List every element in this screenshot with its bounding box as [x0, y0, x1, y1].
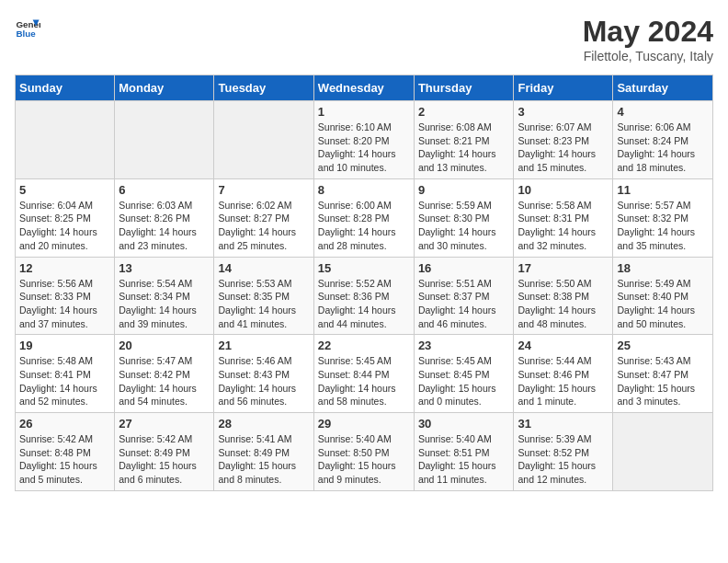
- svg-text:Blue: Blue: [16, 29, 36, 39]
- cell-day-info: Sunrise: 5:46 AMSunset: 8:43 PMDaylight:…: [218, 354, 309, 408]
- cell-day-info: Sunrise: 6:06 AMSunset: 8:24 PMDaylight:…: [617, 121, 709, 175]
- calendar-cell: 19Sunrise: 5:48 AMSunset: 8:41 PMDayligh…: [16, 335, 115, 413]
- cell-day-number: 10: [518, 183, 609, 197]
- cell-day-number: 6: [119, 183, 210, 197]
- cell-day-number: 29: [318, 417, 410, 431]
- weekday-friday: Friday: [514, 75, 613, 101]
- calendar-cell: 21Sunrise: 5:46 AMSunset: 8:43 PMDayligh…: [214, 335, 313, 413]
- cell-day-info: Sunrise: 5:45 AMSunset: 8:44 PMDaylight:…: [318, 354, 410, 408]
- cell-day-info: Sunrise: 5:49 AMSunset: 8:40 PMDaylight:…: [617, 277, 709, 331]
- week-row-3: 12Sunrise: 5:56 AMSunset: 8:33 PMDayligh…: [16, 257, 713, 335]
- calendar-table: SundayMondayTuesdayWednesdayThursdayFrid…: [15, 75, 713, 491]
- cell-day-info: Sunrise: 5:59 AMSunset: 8:30 PMDaylight:…: [418, 199, 510, 253]
- calendar-cell: 17Sunrise: 5:50 AMSunset: 8:38 PMDayligh…: [514, 257, 613, 335]
- cell-day-info: Sunrise: 5:58 AMSunset: 8:31 PMDaylight:…: [518, 199, 609, 253]
- cell-day-info: Sunrise: 5:41 AMSunset: 8:49 PMDaylight:…: [218, 432, 309, 487]
- calendar-cell: 18Sunrise: 5:49 AMSunset: 8:40 PMDayligh…: [613, 257, 713, 335]
- calendar-cell: 8Sunrise: 6:00 AMSunset: 8:28 PMDaylight…: [313, 178, 414, 257]
- cell-day-info: Sunrise: 5:48 AMSunset: 8:41 PMDaylight:…: [19, 354, 110, 408]
- calendar-cell: [16, 101, 115, 179]
- calendar-cell: 25Sunrise: 5:43 AMSunset: 8:47 PMDayligh…: [613, 335, 713, 413]
- week-row-2: 5Sunrise: 6:04 AMSunset: 8:25 PMDaylight…: [16, 178, 713, 257]
- cell-day-info: Sunrise: 5:44 AMSunset: 8:46 PMDaylight:…: [518, 354, 609, 408]
- calendar-cell: 4Sunrise: 6:06 AMSunset: 8:24 PMDaylight…: [613, 101, 713, 179]
- cell-day-number: 12: [19, 261, 110, 275]
- calendar-cell: 9Sunrise: 5:59 AMSunset: 8:30 PMDaylight…: [414, 178, 514, 257]
- cell-day-number: 11: [617, 183, 709, 197]
- cell-day-info: Sunrise: 5:50 AMSunset: 8:38 PMDaylight:…: [518, 277, 609, 331]
- cell-day-number: 24: [518, 339, 609, 352]
- weekday-thursday: Thursday: [414, 75, 514, 101]
- cell-day-number: 4: [617, 105, 709, 119]
- cell-day-number: 22: [318, 339, 410, 352]
- week-row-4: 19Sunrise: 5:48 AMSunset: 8:41 PMDayligh…: [16, 335, 713, 413]
- cell-day-number: 26: [19, 417, 110, 431]
- cell-day-info: Sunrise: 5:39 AMSunset: 8:52 PMDaylight:…: [518, 432, 609, 487]
- cell-day-number: 5: [19, 183, 110, 197]
- cell-day-number: 14: [218, 261, 309, 275]
- cell-day-info: Sunrise: 5:51 AMSunset: 8:37 PMDaylight:…: [418, 277, 510, 331]
- cell-day-number: 20: [119, 339, 210, 352]
- calendar-cell: 6Sunrise: 6:03 AMSunset: 8:26 PMDaylight…: [115, 178, 214, 257]
- cell-day-info: Sunrise: 5:40 AMSunset: 8:50 PMDaylight:…: [318, 432, 410, 487]
- cell-day-number: 31: [518, 417, 609, 431]
- cell-day-info: Sunrise: 5:40 AMSunset: 8:51 PMDaylight:…: [418, 432, 510, 487]
- cell-day-info: Sunrise: 5:42 AMSunset: 8:48 PMDaylight:…: [19, 432, 110, 487]
- cell-day-number: 3: [518, 105, 609, 119]
- subtitle: Filettole, Tuscany, Italy: [583, 49, 713, 63]
- cell-day-info: Sunrise: 6:07 AMSunset: 8:23 PMDaylight:…: [518, 121, 609, 175]
- cell-day-number: 18: [617, 261, 709, 275]
- weekday-wednesday: Wednesday: [313, 75, 414, 101]
- calendar-cell: 2Sunrise: 6:08 AMSunset: 8:21 PMDaylight…: [414, 101, 514, 179]
- header: General Blue May 2024 Filettole, Tuscany…: [15, 15, 713, 63]
- weekday-sunday: Sunday: [16, 75, 115, 101]
- cell-day-number: 13: [119, 261, 210, 275]
- calendar-cell: 23Sunrise: 5:45 AMSunset: 8:45 PMDayligh…: [414, 335, 514, 413]
- calendar-cell: 26Sunrise: 5:42 AMSunset: 8:48 PMDayligh…: [16, 413, 115, 491]
- calendar-cell: 12Sunrise: 5:56 AMSunset: 8:33 PMDayligh…: [16, 257, 115, 335]
- cell-day-info: Sunrise: 6:03 AMSunset: 8:26 PMDaylight:…: [119, 199, 210, 253]
- cell-day-info: Sunrise: 6:00 AMSunset: 8:28 PMDaylight:…: [318, 199, 410, 253]
- weekday-header-row: SundayMondayTuesdayWednesdayThursdayFrid…: [16, 75, 713, 101]
- cell-day-number: 9: [418, 183, 510, 197]
- calendar-cell: [214, 101, 313, 179]
- calendar-cell: [613, 413, 713, 491]
- calendar-cell: 1Sunrise: 6:10 AMSunset: 8:20 PMDaylight…: [313, 101, 414, 179]
- cell-day-number: 25: [617, 339, 709, 352]
- cell-day-number: 1: [318, 105, 410, 119]
- cell-day-info: Sunrise: 5:53 AMSunset: 8:35 PMDaylight:…: [218, 277, 309, 331]
- title-area: May 2024 Filettole, Tuscany, Italy: [583, 15, 713, 63]
- calendar-cell: 27Sunrise: 5:42 AMSunset: 8:49 PMDayligh…: [115, 413, 214, 491]
- calendar-cell: 30Sunrise: 5:40 AMSunset: 8:51 PMDayligh…: [414, 413, 514, 491]
- calendar-cell: 22Sunrise: 5:45 AMSunset: 8:44 PMDayligh…: [313, 335, 414, 413]
- cell-day-info: Sunrise: 6:10 AMSunset: 8:20 PMDaylight:…: [318, 121, 410, 175]
- calendar-cell: 7Sunrise: 6:02 AMSunset: 8:27 PMDaylight…: [214, 178, 313, 257]
- calendar-cell: 14Sunrise: 5:53 AMSunset: 8:35 PMDayligh…: [214, 257, 313, 335]
- cell-day-info: Sunrise: 5:45 AMSunset: 8:45 PMDaylight:…: [418, 354, 510, 408]
- cell-day-number: 16: [418, 261, 510, 275]
- logo-icon: General Blue: [15, 15, 40, 40]
- calendar-cell: 20Sunrise: 5:47 AMSunset: 8:42 PMDayligh…: [115, 335, 214, 413]
- cell-day-info: Sunrise: 6:02 AMSunset: 8:27 PMDaylight:…: [218, 199, 309, 253]
- cell-day-info: Sunrise: 6:08 AMSunset: 8:21 PMDaylight:…: [418, 121, 510, 175]
- calendar-cell: 31Sunrise: 5:39 AMSunset: 8:52 PMDayligh…: [514, 413, 613, 491]
- cell-day-number: 27: [119, 417, 210, 431]
- weekday-saturday: Saturday: [613, 75, 713, 101]
- logo: General Blue: [15, 15, 40, 40]
- calendar-cell: 24Sunrise: 5:44 AMSunset: 8:46 PMDayligh…: [514, 335, 613, 413]
- calendar-cell: 28Sunrise: 5:41 AMSunset: 8:49 PMDayligh…: [214, 413, 313, 491]
- cell-day-info: Sunrise: 6:04 AMSunset: 8:25 PMDaylight:…: [19, 199, 110, 253]
- calendar-cell: 10Sunrise: 5:58 AMSunset: 8:31 PMDayligh…: [514, 178, 613, 257]
- calendar-cell: 3Sunrise: 6:07 AMSunset: 8:23 PMDaylight…: [514, 101, 613, 179]
- calendar-cell: 15Sunrise: 5:52 AMSunset: 8:36 PMDayligh…: [313, 257, 414, 335]
- week-row-1: 1Sunrise: 6:10 AMSunset: 8:20 PMDaylight…: [16, 101, 713, 179]
- cell-day-info: Sunrise: 5:42 AMSunset: 8:49 PMDaylight:…: [119, 432, 210, 487]
- week-row-5: 26Sunrise: 5:42 AMSunset: 8:48 PMDayligh…: [16, 413, 713, 491]
- calendar-cell: 11Sunrise: 5:57 AMSunset: 8:32 PMDayligh…: [613, 178, 713, 257]
- cell-day-number: 8: [318, 183, 410, 197]
- cell-day-number: 17: [518, 261, 609, 275]
- cell-day-info: Sunrise: 5:43 AMSunset: 8:47 PMDaylight:…: [617, 354, 709, 408]
- calendar-cell: 29Sunrise: 5:40 AMSunset: 8:50 PMDayligh…: [313, 413, 414, 491]
- weekday-tuesday: Tuesday: [214, 75, 313, 101]
- cell-day-number: 28: [218, 417, 309, 431]
